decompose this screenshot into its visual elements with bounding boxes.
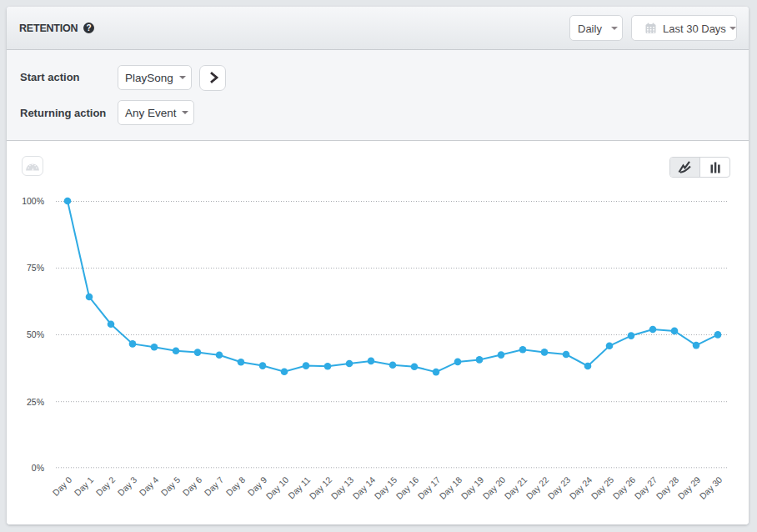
- svg-text:Day 14: Day 14: [350, 474, 377, 501]
- svg-text:Day 8: Day 8: [224, 474, 248, 498]
- svg-text:100%: 100%: [22, 196, 44, 206]
- svg-text:Day 27: Day 27: [632, 474, 659, 501]
- svg-text:Day 23: Day 23: [545, 474, 572, 501]
- svg-text:Day 30: Day 30: [697, 474, 724, 501]
- svg-text:Day 11: Day 11: [286, 474, 313, 501]
- svg-text:Day 17: Day 17: [415, 474, 442, 501]
- svg-text:Day 13: Day 13: [328, 474, 355, 501]
- svg-text:Day 29: Day 29: [675, 474, 702, 501]
- svg-text:Day 16: Day 16: [394, 474, 420, 501]
- svg-text:Day 5: Day 5: [159, 474, 183, 498]
- svg-text:Day 4: Day 4: [138, 474, 161, 498]
- svg-text:Day 25: Day 25: [589, 474, 615, 501]
- svg-text:Day 6: Day 6: [181, 474, 204, 498]
- svg-text:Day 18: Day 18: [437, 474, 464, 501]
- svg-text:Day 1: Day 1: [73, 474, 96, 498]
- svg-text:Day 0: Day 0: [51, 474, 74, 498]
- svg-text:Day 28: Day 28: [654, 474, 680, 501]
- svg-text:Day 12: Day 12: [307, 474, 333, 501]
- svg-text:Day 22: Day 22: [524, 474, 550, 501]
- svg-text:0%: 0%: [32, 463, 44, 473]
- svg-text:Day 26: Day 26: [610, 474, 637, 501]
- svg-text:75%: 75%: [27, 263, 44, 273]
- svg-text:Day 21: Day 21: [502, 474, 529, 501]
- svg-text:Day 20: Day 20: [480, 474, 507, 501]
- svg-text:25%: 25%: [27, 397, 44, 407]
- svg-text:Day 24: Day 24: [567, 474, 594, 501]
- svg-text:Day 3: Day 3: [116, 474, 139, 498]
- svg-text:Day 2: Day 2: [94, 474, 118, 498]
- svg-text:50%: 50%: [27, 329, 44, 339]
- svg-text:Day 19: Day 19: [459, 474, 485, 501]
- svg-text:Day 10: Day 10: [263, 474, 290, 501]
- svg-text:Day 7: Day 7: [203, 474, 226, 498]
- svg-text:Day 15: Day 15: [372, 474, 399, 501]
